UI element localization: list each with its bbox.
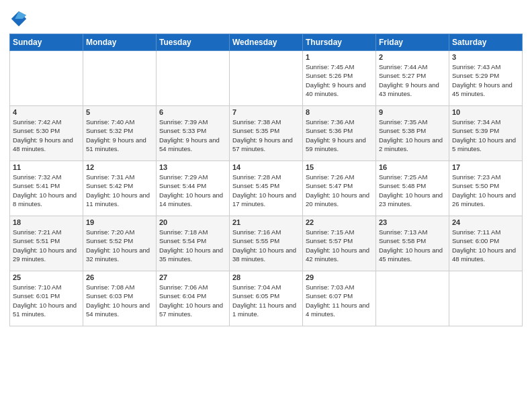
calendar-cell: 2Sunrise: 7:44 AM Sunset: 5:27 PM Daylig… — [376, 51, 449, 106]
day-number: 7 — [232, 108, 300, 116]
calendar-cell: 7Sunrise: 7:38 AM Sunset: 5:35 PM Daylig… — [230, 106, 303, 161]
weekday-header-row: SundayMondayTuesdayWednesdayThursdayFrid… — [10, 34, 523, 51]
day-info: Sunrise: 7:35 AM Sunset: 5:38 PM Dayligh… — [379, 118, 446, 153]
calendar-cell: 18Sunrise: 7:21 AM Sunset: 5:51 PM Dayli… — [10, 216, 83, 271]
day-number: 8 — [306, 108, 373, 116]
day-info: Sunrise: 7:45 AM Sunset: 5:26 PM Dayligh… — [306, 62, 373, 98]
day-info: Sunrise: 7:25 AM Sunset: 5:48 PM Dayligh… — [379, 173, 446, 208]
day-info: Sunrise: 7:06 AM Sunset: 6:04 PM Dayligh… — [159, 283, 226, 318]
calendar-cell: 12Sunrise: 7:31 AM Sunset: 5:42 PM Dayli… — [83, 161, 157, 216]
day-number: 21 — [232, 218, 300, 226]
day-info: Sunrise: 7:26 AM Sunset: 5:47 PM Dayligh… — [306, 173, 373, 208]
day-number: 3 — [452, 53, 519, 61]
calendar-cell: 4Sunrise: 7:42 AM Sunset: 5:30 PM Daylig… — [10, 106, 83, 161]
week-row-2: 4Sunrise: 7:42 AM Sunset: 5:30 PM Daylig… — [10, 106, 523, 161]
day-number: 9 — [379, 108, 446, 116]
week-row-5: 25Sunrise: 7:10 AM Sunset: 6:01 PM Dayli… — [10, 271, 523, 326]
day-info: Sunrise: 7:18 AM Sunset: 5:54 PM Dayligh… — [159, 228, 226, 263]
day-info: Sunrise: 7:43 AM Sunset: 5:29 PM Dayligh… — [452, 62, 519, 98]
calendar-cell: 21Sunrise: 7:16 AM Sunset: 5:55 PM Dayli… — [230, 216, 303, 271]
day-number: 11 — [13, 163, 80, 171]
calendar-cell: 3Sunrise: 7:43 AM Sunset: 5:29 PM Daylig… — [449, 51, 523, 106]
day-number: 20 — [159, 218, 226, 226]
day-info: Sunrise: 7:08 AM Sunset: 6:03 PM Dayligh… — [86, 283, 153, 318]
calendar-cell: 20Sunrise: 7:18 AM Sunset: 5:54 PM Dayli… — [157, 216, 230, 271]
day-info: Sunrise: 7:42 AM Sunset: 5:30 PM Dayligh… — [13, 118, 80, 153]
day-number: 27 — [159, 273, 226, 281]
day-number: 1 — [306, 53, 373, 61]
day-number: 26 — [86, 273, 153, 281]
calendar-cell: 10Sunrise: 7:34 AM Sunset: 5:39 PM Dayli… — [449, 106, 523, 161]
day-number: 12 — [86, 163, 153, 171]
day-info: Sunrise: 7:28 AM Sunset: 5:45 PM Dayligh… — [232, 173, 300, 208]
calendar-cell: 8Sunrise: 7:36 AM Sunset: 5:36 PM Daylig… — [303, 106, 376, 161]
calendar-cell: 27Sunrise: 7:06 AM Sunset: 6:04 PM Dayli… — [157, 271, 230, 326]
week-row-1: 1Sunrise: 7:45 AM Sunset: 5:26 PM Daylig… — [10, 51, 523, 106]
day-number: 13 — [159, 163, 226, 171]
weekday-header-wednesday: Wednesday — [230, 34, 303, 51]
page: SundayMondayTuesdayWednesdayThursdayFrid… — [0, 0, 532, 411]
day-info: Sunrise: 7:44 AM Sunset: 5:27 PM Dayligh… — [379, 62, 446, 98]
day-number: 25 — [13, 273, 80, 281]
calendar-cell: 23Sunrise: 7:13 AM Sunset: 5:58 PM Dayli… — [376, 216, 449, 271]
day-info: Sunrise: 7:36 AM Sunset: 5:36 PM Dayligh… — [306, 118, 373, 153]
calendar-cell: 1Sunrise: 7:45 AM Sunset: 5:26 PM Daylig… — [303, 51, 376, 106]
logo — [9, 9, 31, 28]
weekday-header-tuesday: Tuesday — [157, 34, 230, 51]
day-info: Sunrise: 7:23 AM Sunset: 5:50 PM Dayligh… — [452, 173, 519, 208]
day-info: Sunrise: 7:04 AM Sunset: 6:05 PM Dayligh… — [232, 283, 300, 318]
day-number: 14 — [232, 163, 300, 171]
day-number: 6 — [159, 108, 226, 116]
calendar-table: SundayMondayTuesdayWednesdayThursdayFrid… — [9, 34, 523, 326]
calendar-cell — [230, 51, 303, 106]
calendar-cell: 24Sunrise: 7:11 AM Sunset: 6:00 PM Dayli… — [449, 216, 523, 271]
weekday-header-saturday: Saturday — [449, 34, 523, 51]
calendar-cell: 6Sunrise: 7:39 AM Sunset: 5:33 PM Daylig… — [157, 106, 230, 161]
day-info: Sunrise: 7:16 AM Sunset: 5:55 PM Dayligh… — [232, 228, 300, 263]
calendar-cell — [10, 51, 83, 106]
day-info: Sunrise: 7:20 AM Sunset: 5:52 PM Dayligh… — [86, 228, 153, 263]
day-number: 24 — [452, 218, 519, 226]
calendar-cell: 25Sunrise: 7:10 AM Sunset: 6:01 PM Dayli… — [10, 271, 83, 326]
day-info: Sunrise: 7:39 AM Sunset: 5:33 PM Dayligh… — [159, 118, 226, 153]
day-info: Sunrise: 7:10 AM Sunset: 6:01 PM Dayligh… — [13, 283, 80, 318]
day-info: Sunrise: 7:40 AM Sunset: 5:32 PM Dayligh… — [86, 118, 153, 153]
weekday-header-friday: Friday — [376, 34, 449, 51]
day-number: 23 — [379, 218, 446, 226]
day-number: 22 — [306, 218, 373, 226]
day-number: 15 — [306, 163, 373, 171]
day-info: Sunrise: 7:32 AM Sunset: 5:41 PM Dayligh… — [13, 173, 80, 208]
calendar-cell: 13Sunrise: 7:29 AM Sunset: 5:44 PM Dayli… — [157, 161, 230, 216]
calendar-cell: 29Sunrise: 7:03 AM Sunset: 6:07 PM Dayli… — [303, 271, 376, 326]
week-row-4: 18Sunrise: 7:21 AM Sunset: 5:51 PM Dayli… — [10, 216, 523, 271]
day-info: Sunrise: 7:34 AM Sunset: 5:39 PM Dayligh… — [452, 118, 519, 153]
calendar-cell — [376, 271, 449, 326]
logo-icon — [9, 9, 28, 28]
calendar-cell — [83, 51, 157, 106]
day-info: Sunrise: 7:21 AM Sunset: 5:51 PM Dayligh… — [13, 228, 80, 263]
calendar-cell: 28Sunrise: 7:04 AM Sunset: 6:05 PM Dayli… — [230, 271, 303, 326]
calendar-cell: 15Sunrise: 7:26 AM Sunset: 5:47 PM Dayli… — [303, 161, 376, 216]
day-info: Sunrise: 7:11 AM Sunset: 6:00 PM Dayligh… — [452, 228, 519, 263]
day-info: Sunrise: 7:31 AM Sunset: 5:42 PM Dayligh… — [86, 173, 153, 208]
day-number: 4 — [13, 108, 80, 116]
day-number: 17 — [452, 163, 519, 171]
day-number: 16 — [379, 163, 446, 171]
calendar-cell: 14Sunrise: 7:28 AM Sunset: 5:45 PM Dayli… — [230, 161, 303, 216]
calendar-cell: 22Sunrise: 7:15 AM Sunset: 5:57 PM Dayli… — [303, 216, 376, 271]
day-info: Sunrise: 7:03 AM Sunset: 6:07 PM Dayligh… — [306, 283, 373, 318]
day-number: 2 — [379, 53, 446, 61]
calendar-cell: 5Sunrise: 7:40 AM Sunset: 5:32 PM Daylig… — [83, 106, 157, 161]
weekday-header-thursday: Thursday — [303, 34, 376, 51]
calendar-cell — [157, 51, 230, 106]
calendar-cell: 19Sunrise: 7:20 AM Sunset: 5:52 PM Dayli… — [83, 216, 157, 271]
week-row-3: 11Sunrise: 7:32 AM Sunset: 5:41 PM Dayli… — [10, 161, 523, 216]
day-info: Sunrise: 7:29 AM Sunset: 5:44 PM Dayligh… — [159, 173, 226, 208]
weekday-header-sunday: Sunday — [10, 34, 83, 51]
weekday-header-monday: Monday — [83, 34, 157, 51]
calendar-cell: 16Sunrise: 7:25 AM Sunset: 5:48 PM Dayli… — [376, 161, 449, 216]
day-number: 19 — [86, 218, 153, 226]
day-number: 10 — [452, 108, 519, 116]
day-number: 18 — [13, 218, 80, 226]
calendar-cell: 9Sunrise: 7:35 AM Sunset: 5:38 PM Daylig… — [376, 106, 449, 161]
